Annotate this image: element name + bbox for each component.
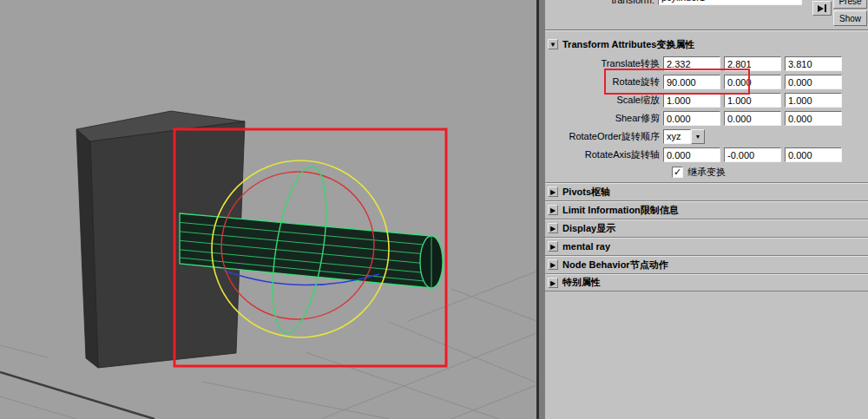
scale-row: Scale缩放 [545,91,868,109]
expand-arrow-icon[interactable]: ▶ [548,278,558,288]
viewport-scene [0,0,536,419]
translate-x-field[interactable] [663,56,720,71]
section-mental-ray[interactable]: ▶ mental ray [545,237,868,255]
rotate-z-field[interactable] [785,75,842,89]
chevron-down-icon[interactable]: ▼ [691,129,705,144]
section-title: Node Behavior节点动作 [562,259,668,272]
rotate-order-row: RotateOrder旋转顺序 xyz ▼ [545,128,868,146]
rotate-axis-y-field[interactable] [724,147,781,162]
section-title: mental ray [562,241,610,252]
rotate-row: Rotate旋转 [545,73,868,91]
expand-arrow-icon[interactable]: ▶ [548,205,558,215]
expand-arrow-icon[interactable]: ▶ [548,259,558,270]
maya-window: transform: Prese Show ▼ Transform Attrib… [0,0,868,419]
shear-z-field[interactable] [785,111,842,126]
expand-arrow-icon[interactable]: ▶ [548,223,558,233]
collapsed-sections: ▶ Pivots枢轴 ▶ Limit Information限制信息 ▶ Dis… [545,182,868,291]
arrow-right-icon [818,5,824,12]
section-title: 特别属性 [562,276,601,289]
grid-axis-line [0,372,155,419]
shear-row: Shear修剪 [545,109,868,128]
scale-z-field[interactable] [785,93,842,108]
expand-arrow-icon[interactable]: ▶ [548,187,558,197]
scale-label: Scale缩放 [545,94,663,107]
attribute-editor-header: transform: Prese Show [545,0,868,29]
attribute-editor-panel: transform: Prese Show ▼ Transform Attrib… [545,0,868,419]
section-title: Pivots枢轴 [562,186,610,199]
section-title: Display显示 [562,222,615,235]
inherits-transform-checkbox[interactable]: ✓ [672,167,683,178]
scale-x-field[interactable] [663,93,720,108]
rotate-order-dropdown[interactable]: xyz ▼ [663,129,705,144]
section-transform-attributes[interactable]: ▼ Transform Attributes变换属性 [545,36,868,53]
section-display[interactable]: ▶ Display显示 [545,219,868,237]
rotate-y-field[interactable] [724,75,781,89]
rotate-axis-x-field[interactable] [663,147,720,162]
header-separator [545,29,868,31]
transform-attribute-rows: Translate转换 Rotate旋转 Scale缩放 Shear修剪 [545,55,868,180]
section-limit-information[interactable]: ▶ Limit Information限制信息 [545,200,868,219]
transform-label: transform: [589,0,654,5]
translate-y-field[interactable] [724,56,781,71]
viewport-3d[interactable] [0,0,536,419]
collapse-arrow-icon[interactable]: ▼ [548,39,558,49]
shear-x-field[interactable] [663,111,720,126]
scale-y-field[interactable] [724,93,781,108]
inherits-transform-label: 继承变换 [687,166,726,179]
panel-divider[interactable] [536,0,545,419]
section-node-behavior[interactable]: ▶ Node Behavior节点动作 [545,255,868,273]
presets-button[interactable]: Prese [833,0,867,9]
rotate-order-value: xyz [663,129,691,144]
section-pivots[interactable]: ▶ Pivots枢轴 [545,182,868,200]
rotate-axis-row: RotateAxis旋转轴 [545,146,868,164]
inherits-transform-row: ✓ 继承变换 [545,164,868,180]
check-icon: ✓ [674,167,681,177]
rotate-axis-label: RotateAxis旋转轴 [545,148,663,161]
node-output-button[interactable] [812,1,832,16]
rotate-axis-z-field[interactable] [785,147,842,162]
section-title: Limit Information限制信息 [562,204,679,217]
section-extra-attributes[interactable]: ▶ 特别属性 [545,273,868,291]
expand-arrow-icon[interactable]: ▶ [548,241,558,252]
translate-z-field[interactable] [785,56,842,71]
show-button[interactable]: Show [833,10,867,26]
rotate-order-label: RotateOrder旋转顺序 [545,130,663,143]
rotate-label: Rotate旋转 [545,75,663,88]
shear-y-field[interactable] [724,111,781,126]
translate-label: Translate转换 [545,57,663,70]
shear-label: Shear修剪 [545,112,663,125]
section-title: Transform Attributes变换属性 [562,38,694,51]
rotate-x-field[interactable] [663,75,720,89]
translate-row: Translate转换 [545,55,868,73]
transform-name-input[interactable] [658,0,802,5]
arrow-bar-icon [825,4,826,12]
